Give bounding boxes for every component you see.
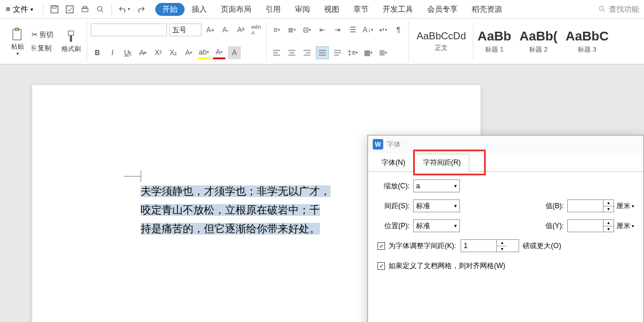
font-name-select[interactable] [91, 23, 167, 36]
align-center-button[interactable] [285, 46, 298, 59]
grid-checkbox[interactable]: ✓ 如果定义了文档网格，则对齐网格(W) [377, 261, 505, 271]
decrease-indent-button[interactable]: ⇤ [316, 23, 329, 36]
separator [111, 4, 112, 15]
style-heading2[interactable]: AaBb( 标题 2 [516, 23, 562, 60]
spin-up-icon[interactable]: ▲ [604, 220, 614, 226]
spin-up-icon[interactable]: ▲ [497, 240, 507, 246]
cut-button[interactable]: ✂剪切 [29, 29, 56, 41]
bullets-button[interactable]: ≡▾ [270, 23, 283, 36]
save-as-icon[interactable] [62, 0, 77, 18]
align-right-button[interactable] [301, 46, 314, 59]
svg-rect-11 [68, 31, 73, 35]
paste-button[interactable]: 粘贴▾ [8, 23, 27, 60]
kerning-spinner[interactable]: ▲▼ [461, 239, 519, 252]
value-y-input[interactable] [568, 220, 603, 232]
shading-button[interactable]: ▦▾ [362, 46, 374, 59]
copy-icon: ⎘ [32, 44, 36, 52]
dialog-tab-font[interactable]: 字体(N) [373, 154, 414, 172]
style-normal[interactable]: AaBbCcDd 正文 [413, 23, 473, 60]
undo-icon[interactable]: ▾ [115, 0, 133, 18]
tab-sections[interactable]: 章节 [346, 0, 376, 18]
subscript-button[interactable]: X₂ [167, 46, 180, 59]
tab-view[interactable]: 视图 [317, 0, 346, 18]
increase-font-icon[interactable]: A+ [204, 23, 217, 36]
redo-icon[interactable] [133, 0, 148, 18]
text-direction-button[interactable]: A↓▾ [362, 23, 374, 36]
font-size-select[interactable] [169, 23, 202, 36]
align-left-button[interactable] [270, 46, 283, 59]
highlight-button[interactable]: ab▾ [197, 46, 210, 59]
value-b-input[interactable] [568, 200, 603, 212]
menu-bar: ≡ 文件 ▾ ▾ 开始 插入 页面布局 引用 审阅 视图 章节 开发工具 会员专… [0, 0, 644, 19]
text-line: 持是痛苦的，但它逐渐给你带来好处。 [141, 223, 320, 235]
increase-indent-button[interactable]: ⇥ [331, 23, 344, 36]
underline-button[interactable]: U▾ [121, 46, 134, 59]
paste-icon [11, 27, 25, 42]
unit-cm[interactable]: 厘米▾ [616, 201, 634, 211]
position-label: 位置(P): [377, 221, 410, 231]
borders-button[interactable]: ⊞▾ [377, 46, 390, 59]
print-preview-icon[interactable] [93, 0, 108, 18]
tab-dev-tools[interactable]: 开发工具 [376, 0, 420, 18]
align-justify-button[interactable] [316, 46, 329, 59]
value-b-label: 值(B): [540, 201, 564, 211]
kerning-input[interactable] [461, 240, 496, 252]
unit-cm[interactable]: 厘米▾ [616, 221, 634, 231]
spin-down-icon[interactable]: ▼ [497, 246, 507, 252]
change-case-icon[interactable]: Aª [234, 23, 247, 36]
strikethrough-button[interactable]: A▾ [137, 46, 149, 59]
search-box[interactable]: 查找功能 [594, 4, 644, 15]
style-heading3[interactable]: AaBbC 标题 3 [561, 23, 612, 60]
tab-start[interactable]: 开始 [155, 3, 185, 16]
svg-rect-9 [13, 29, 21, 40]
decrease-font-icon[interactable]: A- [219, 23, 232, 36]
tab-member[interactable]: 会员专享 [420, 0, 465, 18]
line-break-button[interactable]: ↵▾ [377, 23, 390, 36]
separator [43, 4, 43, 15]
char-shading-button[interactable]: A [228, 46, 241, 59]
show-marks-button[interactable]: ¶ [392, 23, 405, 36]
text-effects-button[interactable]: A▾ [182, 46, 195, 59]
italic-button[interactable]: I [106, 46, 119, 59]
caret-down-icon: ▾ [454, 183, 457, 189]
dialog-body: 缩放(C): a▾ 间距(S): 标准▾ 值(B): ▲▼ 厘米▾ 位置(P):… [368, 172, 643, 286]
value-y-spinner[interactable]: ▲▼ [567, 219, 614, 232]
tab-references[interactable]: 引用 [258, 0, 288, 18]
tab-resources[interactable]: 稻壳资源 [465, 0, 509, 18]
scale-select[interactable]: a▾ [413, 179, 460, 192]
scale-label: 缩放(C): [377, 181, 410, 191]
style-heading1[interactable]: AaBb 标题 1 [473, 23, 515, 60]
spin-up-icon[interactable]: ▲ [604, 200, 614, 206]
spin-down-icon[interactable]: ▼ [604, 226, 614, 232]
menu-icon: ≡ [6, 5, 11, 13]
spin-down-icon[interactable]: ▼ [604, 206, 614, 212]
copy-button[interactable]: ⎘复制 [29, 42, 56, 55]
caret-down-icon: ▾ [454, 223, 457, 229]
numbering-button[interactable]: ≣▾ [285, 23, 298, 36]
tab-insert[interactable]: 插入 [185, 0, 214, 18]
checkbox-icon: ✓ [377, 262, 385, 270]
search-icon [598, 5, 606, 13]
dialog-tab-spacing[interactable]: 字符间距(R) [414, 154, 470, 172]
save-icon[interactable] [47, 0, 62, 18]
format-painter-button[interactable]: 格式刷 [59, 23, 83, 60]
phonetic-guide-icon[interactable]: wénA [250, 23, 263, 36]
file-menu[interactable]: ≡ 文件 ▾ [0, 0, 39, 18]
superscript-button[interactable]: X² [152, 46, 165, 59]
tab-review[interactable]: 审阅 [288, 0, 317, 18]
value-b-spinner[interactable]: ▲▼ [567, 199, 614, 212]
sort-button[interactable]: ☰ [346, 23, 359, 36]
bold-button[interactable]: B [91, 46, 104, 59]
spacing-select[interactable]: 标准▾ [413, 199, 460, 212]
kerning-checkbox[interactable]: ✓ 为字体调整字间距(K): [377, 241, 456, 251]
scissors-icon: ✂ [32, 30, 38, 39]
dialog-titlebar[interactable]: W 字体 [368, 135, 643, 153]
font-color-button[interactable]: A▾ [213, 46, 226, 59]
align-distribute-button[interactable] [331, 46, 344, 59]
svg-line-8 [603, 9, 605, 12]
position-select[interactable]: 标准▾ [413, 219, 460, 232]
print-icon[interactable] [77, 0, 93, 18]
line-spacing-button[interactable]: ‡≡▾ [346, 46, 359, 59]
multilevel-button[interactable]: ⊟▾ [301, 23, 314, 36]
tab-page-layout[interactable]: 页面布局 [214, 0, 258, 18]
